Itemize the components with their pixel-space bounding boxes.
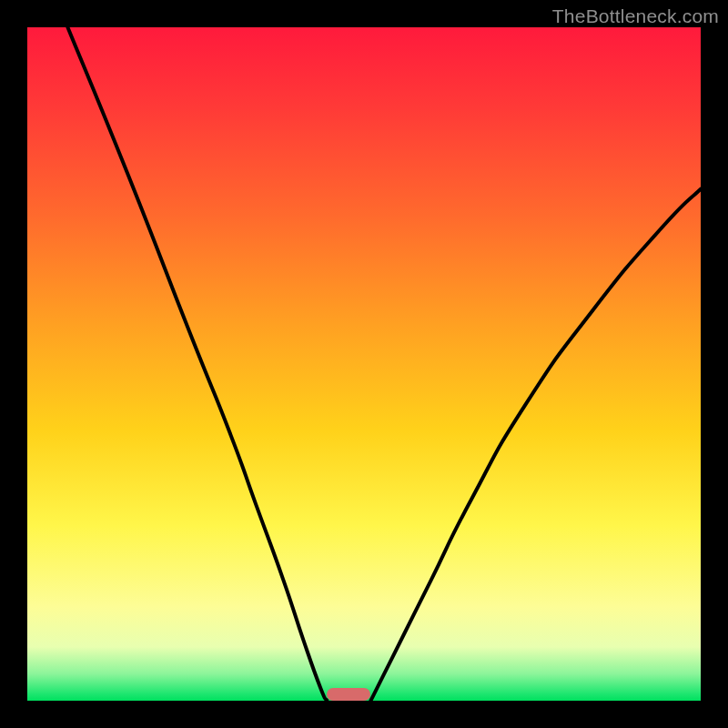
right-curve [370,189,701,701]
bottom-marker [327,688,370,701]
watermark-label: TheBottleneck.com [552,5,719,27]
left-curve [67,27,327,701]
outer-frame: TheBottleneck.com [0,0,728,728]
plot-area [27,27,701,701]
curves-layer [27,27,701,701]
